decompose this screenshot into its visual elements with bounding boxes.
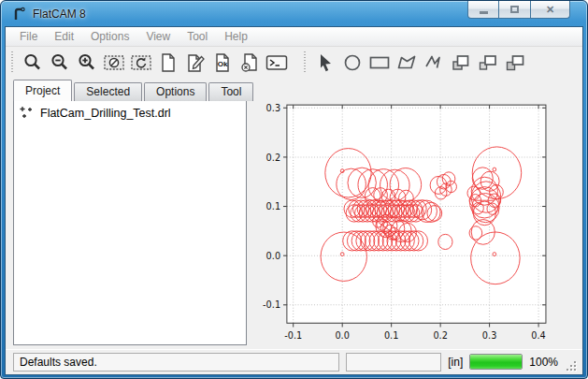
draw-circle-button[interactable] xyxy=(338,50,366,76)
polygon-icon xyxy=(395,52,418,73)
window-title: FlatCAM 8 xyxy=(33,7,86,21)
menu-edit[interactable]: Edit xyxy=(46,28,82,46)
zoom-out-button[interactable] xyxy=(46,50,73,76)
path-icon xyxy=(423,52,444,73)
status-secondary-field xyxy=(346,353,441,372)
edit-file-icon xyxy=(185,52,206,73)
tab-project[interactable]: Project xyxy=(13,80,72,101)
select-arrow-icon xyxy=(316,52,335,73)
zoom-in-icon xyxy=(77,52,97,73)
app-logo-icon xyxy=(12,7,27,22)
close-icon: ✕ xyxy=(546,4,554,16)
close-button[interactable]: ✕ xyxy=(531,1,570,19)
notebook-tabs: Project Selected Options Tool xyxy=(6,79,582,101)
cancel-document-button[interactable] xyxy=(236,50,263,76)
tab-selected[interactable]: Selected xyxy=(74,82,142,101)
move-objects-button[interactable] xyxy=(501,50,528,76)
move-objects-icon xyxy=(504,52,526,73)
cancel-document-icon xyxy=(239,52,260,73)
maximize-icon xyxy=(510,6,519,13)
edit-file-button[interactable] xyxy=(181,50,208,76)
x-tick-label: 0.2 xyxy=(433,330,447,341)
draw-rectangle-button[interactable] xyxy=(366,50,393,76)
x-tick-label: 0.1 xyxy=(384,330,398,341)
new-file-icon xyxy=(159,52,178,73)
rectangle-icon xyxy=(368,52,391,73)
x-tick-label: -0.1 xyxy=(284,330,302,341)
drill-marks-icon xyxy=(20,106,34,120)
zoom-fit-icon xyxy=(22,52,43,73)
tab-options[interactable]: Options xyxy=(144,82,207,101)
tree-item-drill-file[interactable]: FlatCam_Drilling_Test.drl xyxy=(14,101,246,123)
toolbar: Ok xyxy=(6,47,582,78)
x-tick-label: 0.4 xyxy=(531,330,545,341)
command-line-icon xyxy=(265,53,288,72)
clear-plot-button[interactable] xyxy=(100,50,127,76)
plot-panel: -0.10.00.10.20.30.4-0.10.00.10.20.3 xyxy=(251,101,577,345)
replot-icon xyxy=(130,52,152,73)
menu-options[interactable]: Options xyxy=(82,28,137,46)
tab-tool[interactable]: Tool xyxy=(208,82,253,101)
tree-item-label: FlatCam_Drilling_Test.drl xyxy=(40,107,171,120)
progress-bar xyxy=(469,354,523,370)
menu-bar: File Edit Options View Tool Help xyxy=(6,27,582,47)
copy-objects-icon xyxy=(477,52,499,73)
ok-document-button[interactable]: Ok xyxy=(208,50,236,76)
y-tick-label: -0.1 xyxy=(263,299,280,310)
toolbar-drag-handle-2[interactable] xyxy=(303,51,307,74)
zoom-fit-button[interactable] xyxy=(19,50,46,76)
zoom-in-button[interactable] xyxy=(73,50,100,76)
x-tick-label: 0.0 xyxy=(335,330,349,341)
caption-button-group: ✕ xyxy=(467,1,570,19)
plot-canvas[interactable]: -0.10.00.10.20.30.4-0.10.00.10.20.3 xyxy=(251,101,577,345)
title-bar[interactable]: FlatCAM 8 ✕ xyxy=(5,1,583,26)
menu-file[interactable]: File xyxy=(11,28,46,46)
minimize-button[interactable] xyxy=(467,1,499,19)
maximize-button[interactable] xyxy=(499,1,531,19)
circle-icon xyxy=(342,52,363,73)
menu-help[interactable]: Help xyxy=(216,28,256,46)
clear-plot-icon xyxy=(103,52,125,73)
copy-shape-icon xyxy=(450,52,472,73)
draw-polygon-button[interactable] xyxy=(393,50,420,76)
copy-objects-button[interactable] xyxy=(474,50,501,76)
status-message-field: Defaults saved. xyxy=(13,353,339,372)
progress-percent-label: 100% xyxy=(529,356,558,369)
progress-bar-fill xyxy=(470,355,522,369)
new-file-button[interactable] xyxy=(154,50,181,76)
screenshot-root: { "window": { "title": "FlatCAM 8", "cap… xyxy=(0,0,588,379)
menu-tool[interactable]: Tool xyxy=(179,28,216,46)
status-bar: Defaults saved. [in] 100% xyxy=(6,349,582,374)
copy-shape-button[interactable] xyxy=(447,50,474,76)
y-tick-label: 0.3 xyxy=(266,103,280,113)
zoom-out-icon xyxy=(50,52,70,73)
y-tick-label: 0.0 xyxy=(266,251,280,261)
command-line-button[interactable] xyxy=(263,50,290,76)
select-button[interactable] xyxy=(311,50,338,76)
client-area: File Edit Options View Tool Help xyxy=(5,26,583,375)
flatcam-window: FlatCAM 8 ✕ File Edit Options View Tool … xyxy=(0,0,588,379)
menu-view[interactable]: View xyxy=(137,28,179,46)
svg-text:Ok: Ok xyxy=(217,60,227,68)
project-tree-panel[interactable]: FlatCam_Drilling_Test.drl xyxy=(13,101,247,345)
x-tick-label: 0.3 xyxy=(482,330,496,341)
y-tick-label: 0.2 xyxy=(266,152,280,162)
toolbar-drag-handle[interactable] xyxy=(10,51,14,74)
resize-grip-icon[interactable] xyxy=(565,359,577,372)
replot-button[interactable] xyxy=(127,50,154,76)
draw-path-button[interactable] xyxy=(420,50,447,76)
main-area: FlatCam_Drilling_Test.drl -0.10.00.10.20… xyxy=(6,101,582,349)
y-tick-label: 0.1 xyxy=(266,201,280,211)
ok-document-icon: Ok xyxy=(213,52,232,73)
minimize-icon xyxy=(480,11,488,14)
units-label: [in] xyxy=(448,356,463,369)
